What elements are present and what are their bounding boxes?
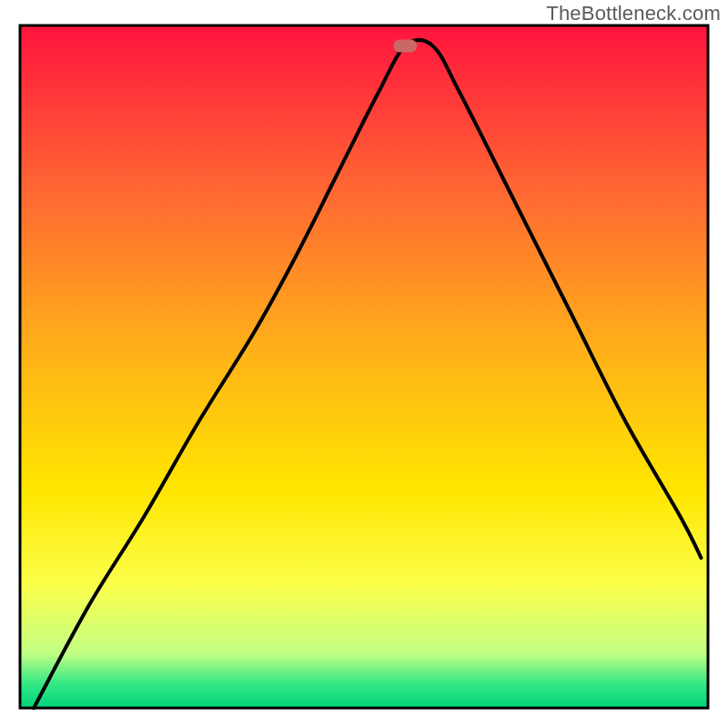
plot-background (20, 25, 708, 708)
chart-stage: TheBottleneck.com (0, 0, 728, 728)
watermark-label: TheBottleneck.com (546, 2, 721, 25)
optimum-marker (393, 40, 417, 53)
bottleneck-chart (0, 0, 728, 728)
